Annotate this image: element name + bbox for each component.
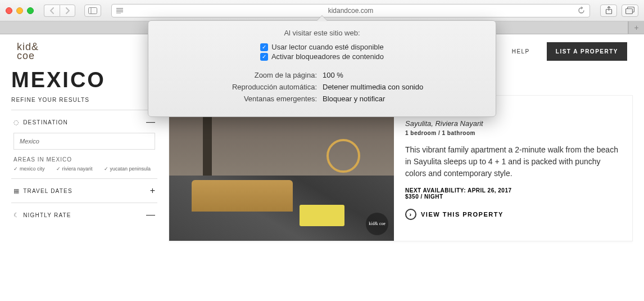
filter-destination-label: DESTINATION — [23, 119, 68, 125]
share-button[interactable] — [600, 5, 617, 17]
top-nav: UP HELP LIST A PROPERTY — [486, 42, 627, 61]
minimize-window-button[interactable] — [16, 7, 23, 14]
filters-sidebar: MEXICO REFINE YOUR RESULTS ◌DESTINATION … — [11, 68, 157, 301]
checkbox-checked-icon: ✓ — [260, 53, 268, 61]
collapse-icon: — — [146, 210, 155, 220]
list-property-button[interactable]: LIST A PROPERTY — [547, 42, 627, 61]
window-controls — [6, 7, 34, 14]
moon-icon: ☾ — [13, 212, 20, 219]
svg-rect-9 — [626, 9, 633, 14]
check-icon: ✓ — [56, 166, 61, 172]
destination-input[interactable] — [13, 133, 155, 150]
filter-rate-header[interactable]: ☾NIGHTLY RATE — — [13, 210, 155, 220]
listing-description: This vibrant family apartment a 2-minute… — [405, 144, 621, 179]
filter-dates-label: TRAVEL DATES — [23, 188, 72, 194]
areas-list: ✓mexico city ✓riviera nayarit ✓yucatan p… — [13, 166, 155, 172]
blockers-checkbox-row[interactable]: ✓ Activar bloqueadores de contenido — [160, 52, 484, 61]
listing-location: Sayulita, Riviera Nayarit — [405, 119, 621, 128]
view-property-link[interactable]: › VIEW THIS PROPERTY — [405, 209, 621, 220]
site-settings-popover: Al visitar este sitio web: ✓ Usar lector… — [148, 20, 496, 117]
area-checkbox[interactable]: ✓yucatan peninsula — [104, 166, 151, 172]
autoplay-value: Detener multimedia con sonido — [323, 83, 423, 91]
listing-availability: NEXT AVAILABILITY: APRIL 26, 2017 — [405, 187, 621, 194]
url-text: kidandcoe.com — [328, 7, 374, 15]
listing-image: kid& coe — [169, 96, 394, 241]
refine-label: REFINE YOUR RESULTS — [11, 97, 157, 103]
popups-row[interactable]: Ventanas emergentes: Bloquear y notifica… — [160, 95, 484, 103]
checkbox-checked-icon: ✓ — [260, 43, 268, 51]
globe-icon: ◌ — [13, 119, 20, 126]
filter-rate-label: NIGHTLY RATE — [23, 212, 71, 218]
blockers-label: Activar bloqueadores de contenido — [271, 52, 384, 61]
listing-card[interactable]: kid& coe LOFT Nº 1 Sayulita, Riviera Nay… — [169, 95, 633, 241]
zoom-row[interactable]: Zoom de la página: 100 % — [160, 71, 484, 79]
filter-dates-header[interactable]: ▦TRAVEL DATES + — [13, 186, 155, 196]
url-field[interactable]: kidandcoe.com — [111, 4, 590, 17]
popups-value: Bloquear y notificar — [323, 95, 385, 103]
back-button[interactable] — [44, 5, 60, 17]
logo-line-2: coe — [17, 51, 39, 60]
filter-travel-dates: ▦TRAVEL DATES + — [11, 178, 157, 203]
nav-buttons — [44, 5, 75, 17]
nav-help[interactable]: HELP — [512, 48, 530, 55]
close-window-button[interactable] — [6, 7, 12, 14]
popover-title: Al visitar este sitio web: — [160, 29, 484, 37]
autoplay-label: Reproducción automática: — [160, 83, 323, 91]
new-tab-button[interactable]: + — [628, 21, 644, 34]
zoom-value: 100 % — [323, 71, 343, 79]
popups-label: Ventanas emergentes: — [160, 95, 323, 103]
reader-checkbox-row[interactable]: ✓ Usar lector cuando esté disponible — [160, 43, 484, 51]
expand-icon: + — [150, 186, 155, 196]
filter-destination: ◌DESTINATION — AREAS IN MEXICO ✓mexico c… — [11, 110, 157, 178]
listing-info: LOFT Nº 1 Sayulita, Riviera Nayarit 1 be… — [394, 96, 632, 241]
areas-title: AREAS IN MEXICO — [13, 156, 155, 163]
calendar-icon: ▦ — [13, 187, 20, 195]
arrow-right-icon: › — [405, 209, 416, 220]
reader-icon[interactable] — [116, 8, 123, 14]
autoplay-row[interactable]: Reproducción automática: Detener multime… — [160, 83, 484, 91]
page-title: MEXICO — [11, 68, 157, 92]
listing-meta: 1 bedroom / 1 bathroom — [405, 130, 621, 136]
reload-icon[interactable] — [578, 7, 585, 14]
show-sidebar-button[interactable] — [84, 5, 101, 17]
collapse-icon: — — [146, 117, 155, 127]
check-icon: ✓ — [13, 166, 18, 172]
filter-destination-header[interactable]: ◌DESTINATION — — [13, 117, 155, 127]
forward-button[interactable] — [60, 5, 75, 17]
show-tabs-button[interactable] — [622, 5, 638, 17]
check-icon: ✓ — [104, 166, 108, 172]
svg-rect-0 — [89, 7, 97, 14]
brand-badge: kid& coe — [366, 213, 388, 235]
area-checkbox[interactable]: ✓mexico city — [13, 166, 45, 172]
fullscreen-window-button[interactable] — [27, 7, 34, 14]
zoom-label: Zoom de la página: — [160, 71, 323, 79]
filter-nightly-rate: ☾NIGHTLY RATE — — [11, 203, 157, 227]
reader-label: Usar lector cuando esté disponible — [271, 43, 383, 51]
listing-price: $350 / NIGHT — [405, 194, 621, 200]
view-property-label: VIEW THIS PROPERTY — [421, 211, 504, 218]
site-logo[interactable]: kid& coe — [17, 42, 39, 60]
area-checkbox[interactable]: ✓riviera nayarit — [56, 166, 93, 172]
